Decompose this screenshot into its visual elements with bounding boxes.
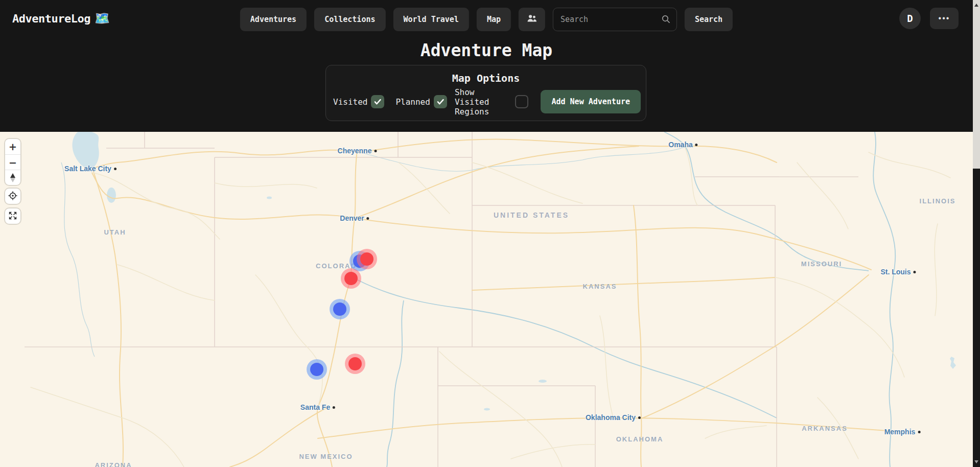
geolocate-icon [8,191,17,202]
city-label: Salt Lake City [64,165,116,173]
nav-collections-button[interactable]: Collections [314,8,385,31]
planned-label: Planned [395,97,430,107]
search-wrap [553,8,677,31]
city-label: Cheyenne [338,147,377,155]
city-dot [695,144,698,146]
shared-users-button[interactable] [519,8,545,31]
state-label: KANSAS [583,283,617,290]
state-label: MISSOURI [801,260,842,268]
state-label: ARIZONA [95,461,132,467]
zoom-in-button[interactable]: + [5,139,20,154]
scrollbar-thumb[interactable] [973,0,980,169]
nav-world-travel-button[interactable]: World Travel [393,8,469,31]
scroll-down-arrow-icon [974,460,978,463]
city-label: Omaha [668,141,697,149]
map-options-row: Visited Planned Show Visited Regions Add… [333,90,641,113]
adventure-marker-red[interactable] [348,357,362,370]
visited-checkbox[interactable] [371,95,384,108]
nav-center: Adventures Collections World Travel Map … [240,8,733,31]
city-dot [914,271,916,273]
state-label: ARKANSAS [802,425,848,432]
check-icon [372,96,383,107]
fullscreen-button[interactable] [5,208,20,224]
add-new-adventure-button[interactable]: Add New Adventure [541,90,641,113]
avatar[interactable]: D [899,8,921,29]
vertical-scrollbar[interactable] [973,0,980,467]
search-icon [661,14,671,26]
visited-label: Visited [333,97,367,107]
city-dot [374,150,377,152]
map-options-heading: Map Options [326,72,646,84]
nav-adventures-button[interactable]: Adventures [240,8,307,31]
adventure-marker-red[interactable] [344,272,358,285]
people-icon [526,14,538,25]
city-dot [367,217,369,220]
city-label: Denver [340,214,369,222]
map-canvas[interactable]: + − Cheyenne Sal [0,132,973,467]
map-logo-icon: 🗺️ [95,11,109,26]
show-visited-regions-checkbox[interactable] [515,95,528,108]
state-label: ILLINOIS [920,197,956,205]
compass-button[interactable] [5,170,20,185]
city-label: Oklahoma City [586,413,641,422]
planned-checkbox[interactable] [434,95,447,108]
state-label: NEW MEXICO [299,453,353,460]
map-options-card: Map Options Visited Planned Show Visited… [325,65,646,121]
map-base-art [0,132,973,467]
zoom-out-button[interactable]: − [5,154,20,170]
city-dot [333,406,335,409]
city-label: Santa Fe [300,403,335,411]
app-logo[interactable]: AdventureLog 🗺️ [12,11,109,26]
state-label: OKLAHOMA [616,435,664,443]
city-label: Memphis [884,428,921,436]
city-dot [638,416,641,419]
show-visited-regions-label: Show Visited Regions [455,87,512,116]
city-label: St. Louis [880,268,916,276]
city-dot [918,431,920,433]
nav-right: D ••• [899,8,959,29]
brand-title: AdventureLog [12,12,90,25]
search-input[interactable] [553,8,677,31]
compass-icon [10,173,16,182]
zoom-control-group: + − [5,139,20,185]
scroll-up-arrow-icon [974,4,978,7]
adventure-marker-blue[interactable] [333,302,346,316]
city-dot [114,168,116,170]
more-menu-button[interactable]: ••• [930,8,959,29]
adventure-marker-blue[interactable] [310,363,323,376]
nav-map-button[interactable]: Map [477,8,511,31]
check-icon [435,96,446,107]
page-title: Adventure Map [0,40,973,60]
geolocate-button[interactable] [5,189,20,204]
country-label: UNITED STATES [494,211,569,219]
fullscreen-icon [8,211,17,222]
navbar: AdventureLog 🗺️ Adventures Collections W… [0,0,973,40]
adventure-marker-red[interactable] [360,252,374,266]
state-label: UTAH [104,228,126,236]
search-button[interactable]: Search [685,8,733,31]
